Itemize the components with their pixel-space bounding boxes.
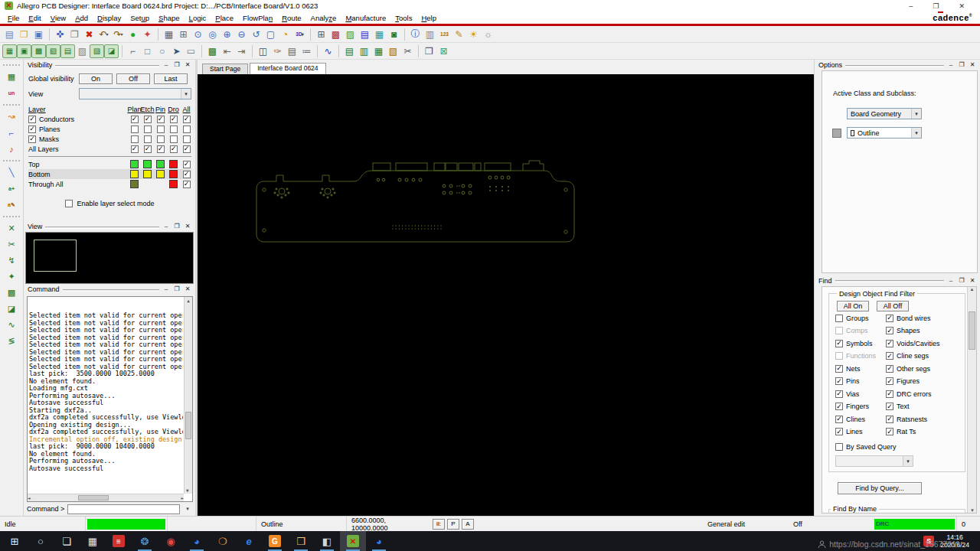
delete-tool-icon[interactable]: ✖ [82, 28, 96, 41]
pin-tool-icon[interactable]: ✦ [140, 28, 155, 41]
thunder-app[interactable]: ◕ [184, 531, 210, 551]
checkbox[interactable]: ✓ [157, 145, 165, 153]
checkbox[interactable] [131, 126, 139, 133]
swap-components-icon[interactable]: ◫ [256, 44, 270, 58]
all-off-button[interactable]: All Off [877, 301, 909, 311]
add-circle-icon[interactable]: ○ [155, 44, 169, 58]
close-button[interactable]: ✕ [959, 2, 965, 10]
find-by-query-button[interactable]: Find by Query... [838, 482, 922, 494]
checkbox[interactable]: ✓ [28, 116, 36, 123]
column-header-plan[interactable]: Plan [128, 106, 141, 113]
checkbox[interactable]: ✓ [144, 116, 152, 123]
layer-color-swatch[interactable] [156, 160, 165, 168]
copy-tool-icon[interactable]: ❐ [67, 28, 82, 41]
menu-setup[interactable]: Setup [126, 13, 154, 23]
checkbox[interactable]: ✓ [835, 340, 843, 347]
shadow-on-icon[interactable]: ☀ [466, 28, 481, 41]
layer-color-swatch[interactable] [169, 160, 178, 168]
search-app[interactable]: ❍ [210, 531, 236, 551]
checkbox[interactable]: ✓ [170, 145, 178, 153]
menu-place[interactable]: Place [211, 13, 238, 23]
custom-route-icon[interactable]: ⌐ [3, 125, 20, 141]
tab-start-page[interactable]: Start Page [202, 64, 248, 74]
minimize-panel-icon[interactable]: – [947, 61, 955, 69]
menu-file[interactable]: File [3, 13, 24, 23]
checkbox[interactable]: ✓ [886, 365, 893, 373]
status-dialog-icon[interactable]: ≔ [299, 44, 314, 58]
undo-button-icon[interactable]: ↶▾ [96, 28, 111, 41]
layer-color-swatch[interactable] [143, 160, 152, 168]
add-connect-icon[interactable]: ∿ [321, 44, 335, 58]
checkbox[interactable] [183, 126, 191, 133]
minimize-panel-icon[interactable]: – [162, 61, 170, 69]
label-tune-icon[interactable]: ▧ [386, 44, 400, 58]
export-idf-icon[interactable]: ❐ [422, 44, 436, 58]
console-vertical-scrollbar[interactable]: ▲▼ [184, 297, 192, 494]
delay-tune-icon[interactable]: ♪ [3, 141, 20, 157]
grid-window-icon[interactable]: ⊞ [176, 28, 191, 41]
global-on-button[interactable]: On [79, 73, 113, 84]
checkbox[interactable]: ✓ [144, 145, 152, 153]
chrome-app[interactable]: ◉ [158, 531, 184, 551]
checkbox[interactable]: ✓ [886, 428, 893, 435]
world-view-preview[interactable] [25, 232, 194, 284]
window-select-icon[interactable]: ▦ [162, 28, 176, 41]
layer-color-swatch[interactable] [156, 170, 165, 178]
cross-section-icon[interactable]: ▦ [372, 28, 387, 41]
zoom-in-icon[interactable]: ⊕ [220, 28, 234, 41]
drawing-params-icon[interactable]: ▨ [75, 44, 90, 58]
highlight-tool-icon[interactable]: ● [126, 28, 140, 41]
edit-properties-icon[interactable]: ✑ [270, 44, 285, 58]
float-panel-icon[interactable]: ❐ [958, 61, 965, 69]
open-drawing-icon[interactable]: ▦ [2, 44, 17, 58]
zoom-out-icon[interactable]: ⊖ [234, 28, 249, 41]
checkbox[interactable]: ✓ [183, 161, 191, 168]
capture-app[interactable]: ◧ [314, 531, 340, 551]
layer-color-swatch[interactable] [143, 170, 152, 178]
status-button-il[interactable]: il: [433, 519, 445, 530]
checkbox[interactable]: ✓ [28, 126, 36, 133]
shadow-dim-icon[interactable]: ☼ [481, 28, 495, 41]
select-tool-icon[interactable]: ➤ [169, 44, 184, 58]
view-combobox[interactable]: ▾ [79, 88, 191, 99]
assign-color-icon[interactable]: ▨ [343, 28, 358, 41]
close-panel-icon[interactable]: ✕ [969, 61, 976, 69]
grid-toggle-icon[interactable]: ⊞ [314, 28, 328, 41]
class-combobox[interactable]: Board Geometry▾ [847, 108, 922, 119]
report-tool-icon[interactable]: ▤ [342, 44, 357, 58]
checkbox[interactable]: ✓ [886, 352, 893, 360]
edit-text-icon[interactable]: a✎ [3, 197, 20, 213]
spread-lines-icon[interactable]: ✦ [3, 269, 20, 285]
by-saved-query-checkbox[interactable] [835, 443, 843, 451]
toutiao-app[interactable]: ≡ [106, 531, 132, 551]
g-document-app[interactable]: G [262, 531, 288, 551]
checkbox[interactable]: ✓ [183, 116, 191, 123]
view-3d-icon[interactable]: 3D▾ [292, 28, 307, 41]
checkbox[interactable]: ✓ [835, 403, 843, 410]
color-dialog-icon[interactable]: ▩ [328, 28, 343, 41]
dehilight-icon[interactable]: ▥ [423, 28, 437, 41]
board-select-tool-icon[interactable]: ▦ [3, 69, 20, 85]
minimize-panel-icon[interactable]: – [947, 277, 955, 285]
menu-manufacture[interactable]: Manufacture [341, 13, 390, 23]
checkbox[interactable]: ✓ [131, 116, 139, 123]
allegro-pcb-app[interactable]: ✕ [340, 531, 366, 551]
cad-utility-app[interactable]: ❂ [132, 531, 158, 551]
subclass-color-swatch[interactable] [832, 129, 841, 138]
measure-tool-icon[interactable]: 123 [437, 28, 452, 41]
menu-logic[interactable]: Logic [185, 13, 211, 23]
checkbox[interactable] [835, 352, 843, 360]
design-canvas[interactable] [198, 74, 814, 516]
checkbox[interactable] [170, 135, 178, 143]
clean-tool-icon[interactable]: ✎ [452, 28, 466, 41]
checkbox[interactable]: ✓ [886, 416, 893, 423]
layer-color-swatch[interactable] [130, 180, 139, 188]
zoom-previous-icon[interactable]: ↺ [249, 28, 263, 41]
tune-route-icon[interactable]: ∿ [3, 317, 20, 333]
checkbox[interactable]: ✓ [183, 181, 191, 188]
move-tool-icon[interactable]: ✜ [53, 28, 67, 41]
zoom-world-icon[interactable]: ◔ [278, 28, 292, 41]
enable-layer-select-checkbox[interactable] [65, 200, 73, 207]
phase-tune-icon[interactable]: ≶ [3, 333, 20, 349]
task-view-button[interactable]: ❏ [54, 531, 80, 551]
